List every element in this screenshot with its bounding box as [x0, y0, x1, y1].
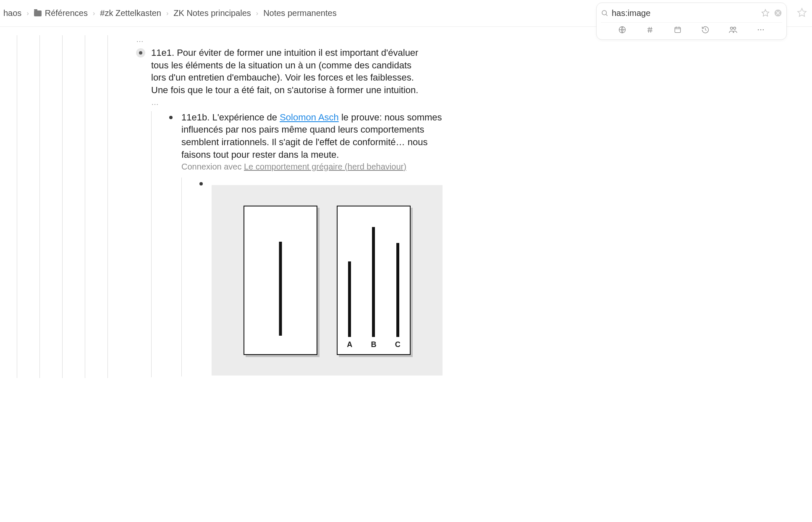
- chevron-right-icon: ›: [26, 10, 29, 17]
- clear-search-icon[interactable]: [774, 9, 782, 17]
- tree-guide: [17, 35, 39, 378]
- svg-line-1: [606, 14, 607, 16]
- tree-guide: [62, 35, 85, 378]
- svg-point-15: [758, 29, 759, 31]
- history-icon[interactable]: [701, 25, 710, 34]
- link-herd-behaviour[interactable]: Le comportement grégaire (herd behaviour…: [244, 162, 406, 171]
- breadcrumb-item-0[interactable]: haos: [3, 8, 21, 18]
- comparison-line-c: [396, 243, 399, 337]
- link-solomon-asch[interactable]: Solomon Asch: [280, 112, 339, 123]
- svg-marker-18: [798, 8, 806, 16]
- note-figure[interactable]: A B: [196, 177, 443, 376]
- label-b: B: [371, 340, 376, 349]
- chevron-right-icon: ›: [93, 10, 95, 17]
- asch-comparison-card: A B: [337, 206, 411, 355]
- top-bar: haos › Références › #zk Zettelkasten › Z…: [0, 0, 812, 27]
- note-text[interactable]: 11e1b. L'expérience de Solomon Asch le p…: [181, 111, 454, 161]
- search-filter-row: [601, 22, 782, 39]
- search-input-row: [601, 5, 782, 21]
- collapsed-ellipsis[interactable]: …: [151, 98, 454, 107]
- svg-point-17: [763, 29, 764, 31]
- search-icon: [601, 9, 608, 17]
- note-connection: Connexion avec Le comportement grégaire …: [181, 162, 454, 172]
- note-text[interactable]: 11e1. Pour éviter de former une intuitio…: [151, 47, 424, 97]
- comparison-line-a: [348, 261, 351, 337]
- svg-line-8: [651, 27, 652, 32]
- breadcrumb-label: Références: [45, 8, 88, 18]
- breadcrumb-item-4[interactable]: Notes permanentes: [263, 8, 337, 18]
- search-panel: [596, 3, 787, 40]
- more-icon[interactable]: [756, 25, 765, 34]
- people-icon[interactable]: [728, 25, 738, 34]
- folder-icon: [34, 10, 42, 16]
- asch-experiment-figure: A B: [212, 185, 443, 376]
- tree-guide: [151, 111, 166, 377]
- breadcrumb-label: ZK Notes principales: [173, 8, 251, 18]
- tree-guide: [39, 35, 62, 378]
- chevron-right-icon: ›: [256, 10, 258, 17]
- comparison-line-b: [372, 227, 375, 337]
- svg-line-7: [649, 27, 650, 32]
- breadcrumb-label: Notes permanentes: [263, 8, 337, 18]
- label-c: C: [395, 340, 401, 349]
- svg-marker-2: [762, 10, 769, 16]
- tree-guide: [85, 35, 107, 378]
- breadcrumb-label: #zk Zettelkasten: [100, 8, 161, 18]
- svg-point-14: [733, 27, 736, 30]
- breadcrumb-item-1[interactable]: Références: [34, 8, 88, 18]
- note-11e1b[interactable]: 11e1b. L'expérience de Solomon Asch le p…: [166, 111, 454, 376]
- reference-line: [279, 242, 282, 336]
- globe-icon[interactable]: [618, 25, 627, 34]
- breadcrumb: haos › Références › #zk Zettelkasten › Z…: [3, 8, 337, 18]
- page-star-icon[interactable]: [797, 8, 807, 18]
- star-icon[interactable]: [761, 9, 770, 17]
- breadcrumb-item-2[interactable]: #zk Zettelkasten: [100, 8, 161, 18]
- tree-guide: [107, 35, 130, 378]
- asch-reference-card: [244, 206, 317, 355]
- breadcrumb-label: haos: [3, 8, 21, 18]
- svg-point-13: [731, 27, 733, 30]
- calendar-icon[interactable]: [673, 25, 682, 34]
- hash-icon[interactable]: [645, 25, 655, 34]
- bullet-icon[interactable]: [166, 113, 175, 122]
- tree-guide: [181, 177, 196, 376]
- svg-rect-9: [675, 27, 680, 33]
- connection-prefix: Connexion avec: [181, 162, 244, 171]
- svg-point-16: [760, 29, 762, 31]
- bullet-icon[interactable]: [136, 48, 145, 57]
- note-11e1[interactable]: 11e1. Pour éviter de former une intuitio…: [136, 47, 795, 377]
- note-text-prefix: 11e1b. L'expérience de: [181, 112, 280, 123]
- bullet-icon[interactable]: [196, 179, 206, 188]
- svg-point-0: [602, 10, 607, 15]
- label-a: A: [347, 340, 352, 349]
- content-area: … 11e1. Pour éviter de former une intuit…: [0, 27, 812, 522]
- chevron-right-icon: ›: [166, 10, 168, 17]
- breadcrumb-item-3[interactable]: ZK Notes principales: [173, 8, 251, 18]
- search-input[interactable]: [612, 8, 758, 18]
